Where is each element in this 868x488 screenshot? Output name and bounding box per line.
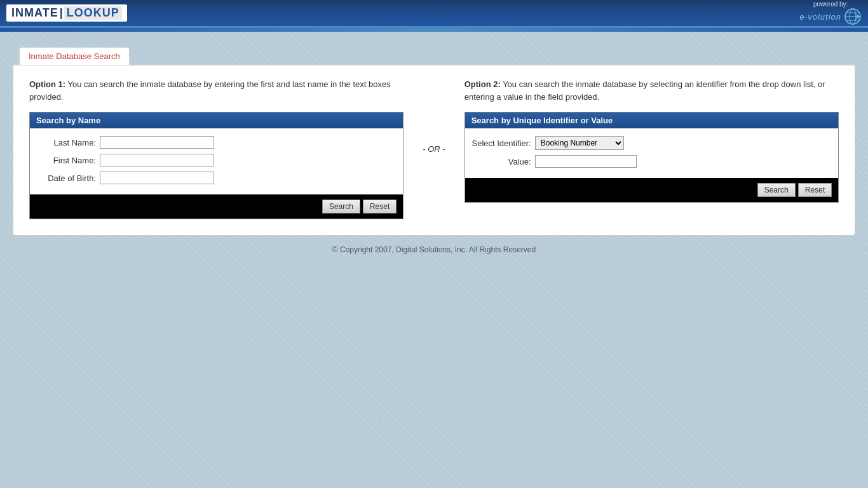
or-divider: - OR - [403,144,464,154]
dob-label: Date of Birth: [36,173,100,183]
copyright-text: © Copyright 2007, Digital Solutions, Inc… [332,245,536,254]
tab-inmate-database-search[interactable]: Inmate Database Search [19,47,130,65]
powered-by-text: powered by: [813,1,848,8]
header: INMATE | LOOKUP powered by: e·volution [0,0,868,28]
powered-by-area: powered by: e·volution [799,1,862,25]
value-label: Value: [471,157,535,166]
search-by-identifier-body: Select Identifier: Booking Number SSN ID… [465,128,838,178]
card-body: Option 1: You can search the inmate data… [13,65,855,235]
first-name-label: First Name: [36,156,100,165]
search-by-identifier-footer: Search Reset [465,178,838,202]
search-by-identifier-header: Search by Unique Identifier or Value [465,112,838,128]
last-name-label: Last Name: [36,138,100,147]
globe-icon [844,8,862,25]
logo-inmate: INMATE [11,6,58,20]
select-identifier-row: Select Identifier: Booking Number SSN ID… [471,136,832,150]
search-by-name-box: Search by Name Last Name: First Name: [29,112,403,219]
option2-description: Option 2: You can search the inmate data… [465,78,839,103]
search-button-1[interactable]: Search [322,200,360,214]
reset-button-2[interactable]: Reset [798,183,832,197]
option2-desc-text: You can search the inmate database by se… [465,79,825,102]
last-name-row: Last Name: [36,136,397,149]
evolution-logo: e·volution [799,8,862,25]
options-layout: Option 1: You can search the inmate data… [29,78,839,219]
dob-input[interactable] [100,172,214,184]
identifier-select[interactable]: Booking Number SSN ID Number [535,136,624,150]
tab-bar: Inmate Database Search [13,41,855,64]
logo-area: INMATE | LOOKUP [6,4,127,22]
first-name-row: First Name: [36,154,397,166]
main-card: Option 1: You can search the inmate data… [13,64,855,236]
option1-desc-text: You can search the inmate database by en… [29,79,391,102]
search-by-name-header: Search by Name [30,112,403,128]
search-by-name-body: Last Name: First Name: Date of Birth: [30,128,403,194]
option1-label: Option 1: [29,79,65,89]
logo-box: INMATE | LOOKUP [6,4,127,22]
logo-lookup: LOOKUP [64,6,122,20]
option1-description: Option 1: You can search the inmate data… [29,78,403,103]
evolution-text: e·volution [799,12,841,22]
last-name-input[interactable] [100,136,214,149]
option2-label: Option 2: [465,79,501,89]
option1-section: Option 1: You can search the inmate data… [29,78,403,219]
value-input[interactable] [535,155,637,168]
footer: © Copyright 2007, Digital Solutions, Inc… [13,245,855,254]
first-name-input[interactable] [100,154,214,166]
option2-section: Option 2: You can search the inmate data… [465,78,839,203]
content-wrapper: Inmate Database Search Option 1: You can… [0,32,868,264]
value-row: Value: [471,155,832,168]
search-by-identifier-box: Search by Unique Identifier or Value Sel… [465,112,839,203]
reset-button-1[interactable]: Reset [363,200,397,214]
dob-row: Date of Birth: [36,172,397,184]
select-identifier-label: Select Identifier: [471,139,535,148]
search-button-2[interactable]: Search [757,183,796,197]
search-by-name-footer: Search Reset [30,194,403,219]
